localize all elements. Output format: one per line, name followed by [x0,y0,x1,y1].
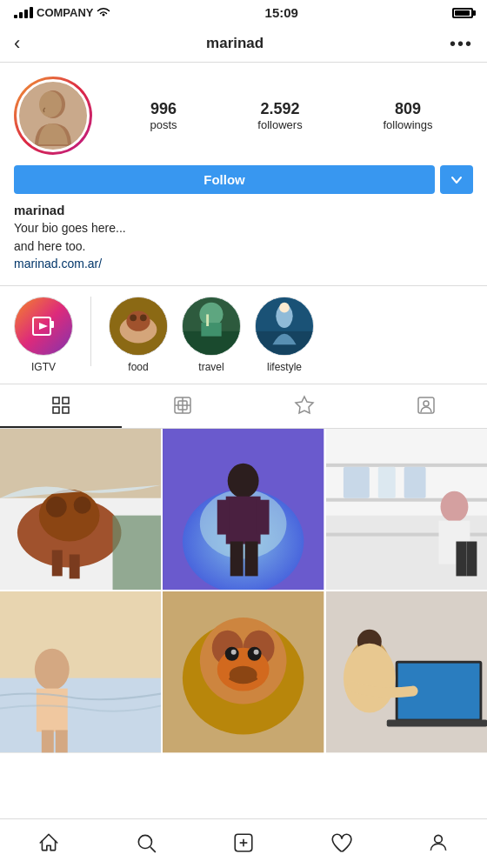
grid-item-2[interactable] [163,429,324,590]
grid-photo-6 [326,591,487,752]
grid-photo-3 [326,429,487,590]
highlights-divider [90,297,91,366]
svg-rect-58 [456,542,466,577]
grid-icon [50,395,71,416]
svg-point-74 [231,650,237,655]
travel-thumbnail [183,297,240,356]
grid-item-5[interactable] [163,591,324,752]
svg-point-18 [279,303,290,313]
svg-rect-50 [326,464,487,467]
highlight-label-lifestyle: lifestyle [267,361,302,373]
highlight-circle-lifestyle [255,297,314,356]
svg-point-35 [74,497,91,514]
profile-username-header: marinad [206,35,264,52]
svg-rect-55 [404,467,425,498]
svg-rect-47 [245,542,258,577]
tab-bar [0,384,487,429]
svg-rect-14 [206,314,209,326]
stats-section: 996 posts 2.592 followers 809 followings [110,100,473,131]
svg-rect-4 [50,321,54,328]
status-bar: COMPANY 15:09 [0,0,487,25]
nav-search-button[interactable] [121,828,171,858]
wifi-icon [97,6,110,20]
followings-count: 809 [383,100,432,118]
highlight-lifestyle[interactable]: lifestyle [255,297,314,373]
grid-photo-1 [0,429,161,590]
posts-label: posts [150,118,177,131]
svg-rect-64 [42,731,54,753]
bio-section: marinad Your bio goes here... and here t… [14,203,473,271]
tagged-icon [294,395,315,416]
svg-rect-21 [53,407,59,413]
svg-rect-22 [63,407,69,413]
highlight-igtv[interactable]: IGTV [14,297,73,373]
grid-item-1[interactable] [0,429,161,590]
tab-reels[interactable] [122,384,244,428]
svg-point-2 [39,91,62,117]
highlight-label-travel: travel [198,361,223,373]
followers-count: 2.592 [257,100,302,118]
top-nav: ‹ marinad ••• [0,25,487,63]
bio-name: marinad [14,203,473,217]
highlight-label-igtv: IGTV [31,361,56,373]
carrier-label: COMPANY [37,6,93,19]
svg-point-8 [130,314,137,321]
tab-grid[interactable] [0,384,122,428]
avatar [17,79,90,152]
svg-point-84 [344,644,396,713]
battery-icon [452,8,473,18]
tab-profile-view[interactable] [365,384,487,428]
profile-top: 996 posts 2.592 followers 809 followings [14,77,473,155]
nav-profile-button[interactable] [413,828,464,858]
followers-stat[interactable]: 2.592 followers [257,100,302,131]
grid-photo-5 [163,591,324,752]
bio-text: Your bio goes here... and here too. [14,219,473,256]
profile-section: 996 posts 2.592 followers 809 followings… [0,63,487,285]
svg-line-86 [150,847,156,852]
svg-rect-81 [386,720,487,727]
grid-item-3[interactable] [326,429,487,590]
svg-rect-54 [377,467,395,498]
svg-rect-37 [70,554,80,578]
signal-icon [14,7,33,18]
svg-rect-44 [217,500,230,535]
profile-view-icon [416,395,437,416]
grid-photo-4 [0,591,161,752]
highlight-label-food: food [128,361,148,373]
svg-rect-36 [52,550,63,576]
bio-line1: Your bio goes here... [14,221,126,235]
svg-rect-46 [230,542,244,577]
svg-rect-61 [0,678,161,753]
highlight-food[interactable]: food [109,297,168,373]
more-options-button[interactable]: ••• [450,34,473,54]
followings-stat[interactable]: 809 followings [383,100,432,131]
tab-tagged[interactable] [244,384,365,428]
svg-point-12 [199,303,223,326]
svg-point-42 [228,464,259,498]
follow-button[interactable]: Follow [14,165,435,194]
svg-point-9 [140,314,147,321]
follow-dropdown-button[interactable] [440,165,473,194]
bio-link[interactable]: marinad.com.ar/ [14,257,102,270]
nav-heart-button[interactable] [316,828,366,858]
svg-point-62 [35,649,70,691]
posts-count: 996 [150,100,177,118]
lifestyle-thumbnail [256,297,313,356]
svg-point-75 [254,650,259,655]
svg-point-56 [440,491,468,523]
grid-photo-2 [163,429,324,590]
chevron-down-icon [450,174,463,186]
highlight-circle-food [109,297,168,356]
nav-add-button[interactable] [218,828,269,858]
back-button[interactable]: ‹ [14,32,20,55]
svg-point-34 [46,497,67,517]
avatar-wrapper [14,77,92,155]
svg-point-7 [126,311,150,331]
igtv-icon [28,310,59,342]
highlight-travel[interactable]: travel [182,297,241,373]
search-icon [135,831,157,854]
status-left: COMPANY [14,6,110,20]
grid-item-4[interactable] [0,591,161,752]
nav-home-button[interactable] [23,828,74,858]
grid-item-6[interactable] [326,591,487,752]
